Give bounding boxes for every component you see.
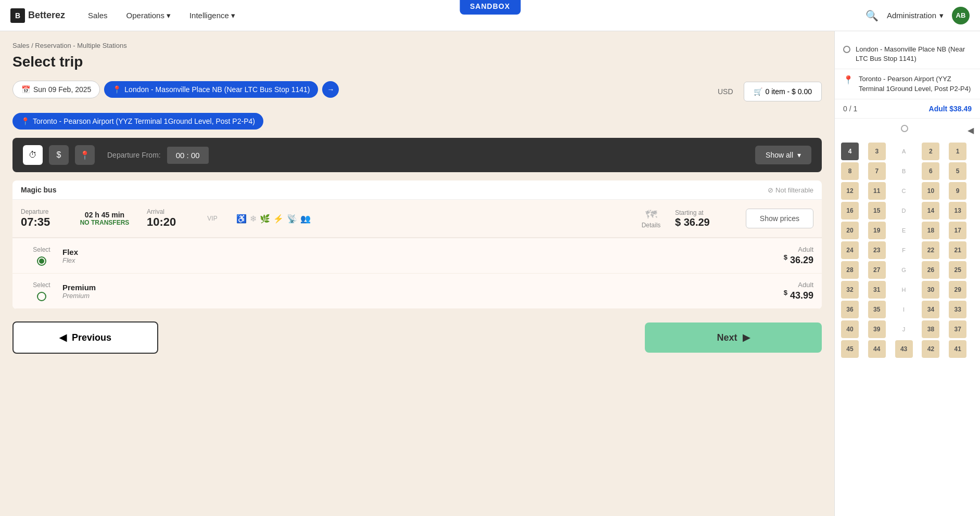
fare-option-premium: Select Premium Premium Adult $ 43.99 [12,274,822,309]
origin-pill[interactable]: 📍 London - Masonville Place NB (Near LTC… [104,81,318,98]
seat-map-toggle[interactable]: ◀ [968,125,974,135]
seat-29[interactable]: 29 [949,281,966,299]
bus-name: Magic bus [21,186,56,194]
seat-27[interactable]: 27 [868,261,886,279]
seat-I: I [895,301,913,318]
logo[interactable]: B Betterez [10,8,65,23]
sandbox-badge: SANDBOX [460,0,520,15]
seat-38[interactable]: 38 [922,320,939,338]
seat-37[interactable]: 37 [949,320,966,338]
seat-10[interactable]: 10 [922,182,939,200]
seat-F: F [895,241,913,259]
trip-duration: 02 h 45 min NO TRANSFERS [71,211,138,226]
seat-30[interactable]: 30 [922,281,939,299]
seat-14[interactable]: 14 [922,202,939,220]
seat-11[interactable]: 11 [868,182,886,200]
seat-6[interactable]: 6 [922,162,939,180]
seat-8[interactable]: 8 [841,162,859,180]
previous-label: Previous [72,332,111,343]
seat-20[interactable]: 20 [841,222,859,239]
seat-26[interactable]: 26 [922,261,939,279]
sort-location-button[interactable]: 📍 [75,145,95,165]
seat-23[interactable]: 23 [868,241,886,259]
sort-price-button[interactable]: $ [49,145,69,165]
origin-text: London - Masonville Place NB (Near LTC B… [124,85,310,94]
seat-42[interactable]: 42 [922,340,939,358]
seat-3[interactable]: 3 [868,143,886,160]
seat-H: H [895,281,913,299]
left-content: Sales / Reservation - Multiple Stations … [0,31,834,516]
search-icon[interactable]: 🔍 [866,9,879,22]
seat-33[interactable]: 33 [949,301,966,318]
seat-45[interactable]: 45 [841,340,859,358]
seat-22[interactable]: 22 [922,241,939,259]
chevron-down-icon: ▾ [939,11,944,20]
premium-radio-button[interactable] [37,292,46,301]
logo-icon: B [10,8,25,23]
cart-button[interactable]: 🛒 0 item - $ 0.00 [744,82,822,101]
seat-2[interactable]: 2 [922,143,939,160]
nav-intelligence[interactable]: Intelligence ▾ [182,7,243,24]
seat-9[interactable]: 9 [949,182,966,200]
previous-button[interactable]: ◀ Previous [12,321,158,354]
seat-41[interactable]: 41 [949,340,966,358]
arrival-block: Arrival 10:20 [147,208,188,229]
premium-name-col: Premium Premium [62,283,751,300]
seat-40[interactable]: 40 [841,320,859,338]
seat-1[interactable]: 1 [949,143,966,160]
seat-19[interactable]: 19 [868,222,886,239]
destination-pill[interactable]: 📍 Toronto - Pearson Airport (YYZ Termina… [12,113,263,130]
next-button[interactable]: Next ▶ [645,322,822,353]
snowflake-icon: ❄ [250,214,257,224]
filter-bar: ⏱ $ 📍 Departure From: Show all ▾ [12,138,822,172]
show-prices-button[interactable]: Show prices [746,209,813,228]
map-icon: 🗺 [645,208,657,222]
premium-adult-label: Adult [751,281,813,289]
seat-B: B [895,162,913,180]
sidebar-origin-text: London - Masonville Place NB (Near LTC B… [856,45,972,63]
sidebar-price: Adult $38.49 [929,105,972,113]
seat-31[interactable]: 31 [868,281,886,299]
nav-sales[interactable]: Sales [81,7,115,24]
seat-32[interactable]: 32 [841,281,859,299]
departure-time-input[interactable] [167,147,209,164]
trip-header: 📅 Sun 09 Feb, 2025 📍 London - Masonville… [12,81,711,98]
details-area[interactable]: 🗺 Details [635,208,667,229]
premium-sub: Premium [62,292,751,300]
direction-arrow: → [322,81,339,98]
destination-row: 📍 Toronto - Pearson Airport (YYZ Termina… [12,111,822,130]
seat-4[interactable]: 4 [841,143,859,160]
seat-34[interactable]: 34 [922,301,939,318]
seat-16[interactable]: 16 [841,202,859,220]
seat-43[interactable]: 43 [895,340,913,358]
sort-time-button[interactable]: ⏱ [23,145,43,165]
seat-13[interactable]: 13 [949,202,966,220]
administration-menu[interactable]: Administration ▾ [887,11,944,20]
details-label: Details [642,222,661,229]
seat-44[interactable]: 44 [868,340,886,358]
seat-35[interactable]: 35 [868,301,886,318]
seat-39[interactable]: 39 [868,320,886,338]
seat-5[interactable]: 5 [949,162,966,180]
seat-7[interactable]: 7 [868,162,886,180]
seat-17[interactable]: 17 [949,222,966,239]
fare-options: Select Flex Flex Adult $ 36.29 [12,238,822,309]
seat-15[interactable]: 15 [868,202,886,220]
seat-28[interactable]: 28 [841,261,859,279]
seat-12[interactable]: 12 [841,182,859,200]
seat-24[interactable]: 24 [841,241,859,259]
nav-operations[interactable]: Operations ▾ [119,7,178,24]
power-icon: ⚡ [273,214,284,224]
seat-36[interactable]: 36 [841,301,859,318]
seat-25[interactable]: 25 [949,261,966,279]
main-layout: Sales / Reservation - Multiple Stations … [0,31,980,516]
vip-label: VIP [197,215,228,222]
avatar[interactable]: AB [952,7,970,24]
seat-18[interactable]: 18 [922,222,939,239]
show-all-button[interactable]: Show all ▾ [755,146,811,164]
date-pill[interactable]: 📅 Sun 09 Feb, 2025 [12,81,100,98]
fare-option-flex: Select Flex Flex Adult $ 36.29 [12,238,822,274]
arrival-time: 10:20 [147,215,188,229]
flex-radio-button[interactable] [37,256,46,266]
seat-21[interactable]: 21 [949,241,966,259]
